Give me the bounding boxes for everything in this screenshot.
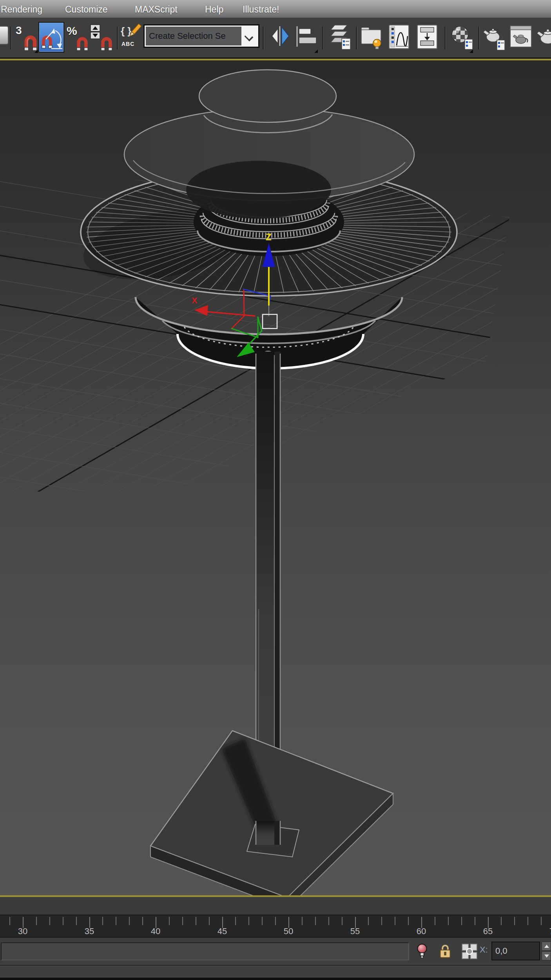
frame-tick — [89, 917, 90, 928]
percent-label: % — [67, 24, 77, 38]
toolbar-separator — [117, 27, 118, 49]
toolbar-separator — [356, 27, 357, 49]
frame-tick — [76, 917, 77, 925]
pencil-icon — [126, 24, 143, 40]
graphite-ribbon-toggle-button[interactable] — [360, 24, 383, 53]
track-bar-ruler[interactable]: 30 35 40 45 50 55 60 65 70 — [0, 915, 551, 938]
checker-sphere-icon — [450, 24, 473, 51]
frame-tick — [116, 917, 116, 925]
frame-tick — [501, 917, 502, 925]
render-production-button[interactable] — [536, 24, 551, 53]
frame-tick — [196, 917, 196, 925]
angle-snap-toggle-button[interactable] — [38, 22, 64, 53]
frame-tick — [514, 917, 515, 925]
frame-tick — [235, 917, 236, 925]
main-toolbar: 3 % — [0, 18, 551, 59]
frame-tick — [102, 917, 103, 925]
combo-dropdown-arrow-icon[interactable] — [241, 27, 257, 45]
clipped-toolbar-button[interactable] — [0, 26, 9, 45]
mirror-button[interactable] — [268, 24, 292, 53]
percent-snap-toggle-button[interactable]: % — [67, 24, 89, 53]
frame-tick — [9, 917, 10, 925]
frame-tick — [23, 917, 24, 928]
frame-tick — [248, 917, 249, 925]
frame-tick — [288, 917, 289, 928]
mirror-arrows-icon — [268, 24, 292, 49]
frame-tick — [408, 917, 409, 925]
spinner-snap-toggle-button[interactable] — [90, 24, 113, 53]
menu-rendering[interactable]: Rendering — [1, 0, 42, 18]
frame-tick — [328, 917, 329, 925]
spinner-up-button[interactable] — [542, 942, 551, 951]
menu-customize[interactable]: Customize — [65, 0, 108, 18]
frame-tick — [156, 917, 156, 928]
combo-value[interactable]: Create Selection Se — [146, 27, 241, 45]
menu-help[interactable]: Help — [205, 0, 223, 18]
named-selection-set-combo[interactable]: Create Selection Se — [143, 24, 259, 48]
3ds-max-window: Rendering Customize MAXScript Help Illus… — [0, 0, 551, 980]
time-slider-track[interactable] — [0, 897, 551, 915]
snap-mode-label: 3 — [16, 24, 22, 37]
snaps-toggle-button[interactable]: 3 — [16, 24, 38, 53]
frame-tick — [527, 917, 528, 925]
align-button[interactable] — [295, 24, 318, 53]
frame-tick-label: 70 — [549, 926, 551, 936]
frame-tick — [448, 917, 449, 925]
frame-tick — [262, 917, 263, 925]
teapot-dialog-icon — [483, 24, 506, 51]
window-bottom-edge — [0, 978, 551, 980]
selection-lock-icon[interactable] — [439, 944, 451, 960]
frame-tick — [209, 917, 210, 925]
viewport-canvas[interactable]: X Z — [0, 60, 551, 895]
x-coordinate-spinner — [542, 942, 551, 960]
frame-tick — [488, 917, 489, 928]
status-prompt-field[interactable] — [1, 942, 409, 960]
render-setup-button[interactable] — [483, 24, 506, 53]
frame-tick — [368, 917, 369, 925]
frame-tick — [461, 917, 462, 925]
frame-tick — [63, 917, 63, 925]
flyout-indicator — [34, 49, 38, 53]
menu-illustrate[interactable]: Illustrate! — [243, 0, 279, 18]
frame-tick — [435, 917, 435, 925]
perspective-viewport[interactable]: X Z — [0, 60, 551, 895]
frame-tick — [275, 917, 276, 925]
align-bars-icon — [295, 24, 317, 49]
schematic-view-button[interactable] — [416, 24, 439, 53]
flyout-indicator — [469, 49, 473, 53]
top-cap — [199, 70, 336, 122]
frame-tick — [541, 917, 542, 925]
rendered-frame-window-button[interactable] — [509, 24, 532, 53]
menu-maxscript[interactable]: MAXScript — [135, 0, 178, 18]
frame-tick — [302, 917, 303, 925]
frame-tick — [342, 917, 343, 925]
adaptive-degradation-lightbulb-icon[interactable] — [416, 943, 428, 960]
toolbar-separator — [10, 27, 12, 49]
magnet-angle-icon — [40, 24, 63, 51]
frame-tick — [315, 917, 316, 925]
magnet-icon — [76, 36, 89, 52]
flyout-indicator — [314, 49, 318, 53]
teapot-window-icon — [509, 24, 532, 50]
edit-named-selection-sets-button[interactable]: { } ABC — [121, 24, 143, 53]
spinner-glyph-icon — [90, 24, 100, 39]
schematic-boxes-icon — [416, 24, 438, 50]
frame-tick — [475, 917, 475, 925]
magnet-icon — [100, 36, 113, 52]
status-bar: X: 0,0 — [0, 938, 551, 965]
transform-type-in-mode-icon[interactable] — [462, 944, 477, 959]
toolbar-separator — [478, 27, 480, 49]
shade-shadow — [186, 161, 331, 219]
frame-tick — [355, 917, 356, 928]
curve-editor-button[interactable] — [388, 24, 411, 53]
layer-manager-button[interactable] — [328, 24, 352, 53]
toolbar-separator — [263, 27, 264, 49]
layer-stack-icon — [328, 24, 352, 51]
frame-tick — [49, 917, 50, 925]
x-coordinate-input[interactable]: 0,0 — [491, 942, 540, 960]
material-editor-button[interactable] — [450, 24, 473, 53]
frame-tick — [421, 917, 422, 928]
spinner-down-button[interactable] — [542, 951, 551, 960]
menu-bar: Rendering Customize MAXScript Help Illus… — [0, 0, 551, 18]
curve-graph-icon — [388, 24, 410, 50]
